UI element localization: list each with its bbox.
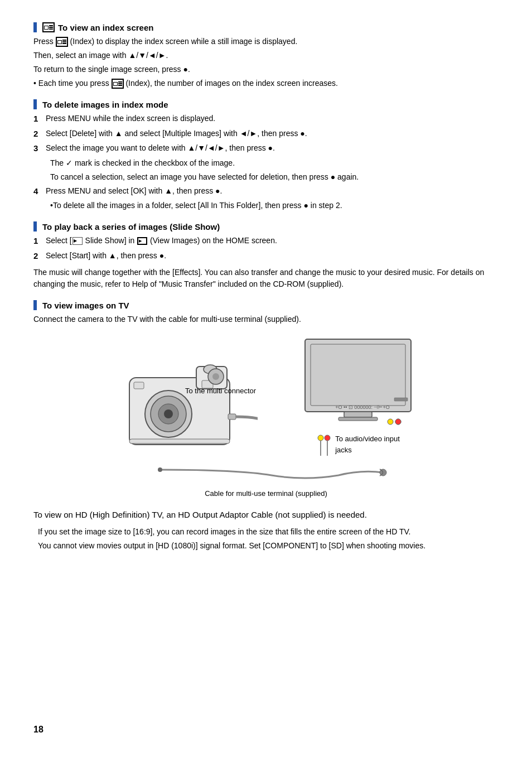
- av-label-text: To audio/video inputjacks: [335, 433, 400, 455]
- section-title-index: To view an index screen: [33, 22, 499, 32]
- tv-figure: To the multi connector +O •• ⊡ 000000: ⊣…: [33, 336, 499, 498]
- index-para2: Then, select an image with ▲/▼/◄/►.: [33, 50, 499, 61]
- slide-para: The music will change together with the …: [33, 267, 499, 290]
- svg-point-20: [388, 419, 393, 425]
- page-number: 18: [33, 725, 43, 735]
- section-slide-show: To play back a series of images (Slide S…: [33, 221, 499, 290]
- step-2: 2 Select [Delete] with ▲ and select [Mul…: [33, 128, 499, 141]
- step-1: 1 Press MENU while the index screen is d…: [33, 113, 499, 126]
- svg-point-25: [325, 435, 330, 441]
- index-note: • Each time you press (Index), the numbe…: [33, 78, 499, 89]
- sub-note-1: The ✓ mark is checked in the checkbox of…: [33, 157, 499, 169]
- svg-rect-12: [228, 414, 236, 420]
- title-bar: [33, 22, 37, 32]
- slide-step1-text: Select [▶ Slide Show] in ▶ (View Images)…: [46, 235, 277, 247]
- section-title-delete: To delete images in index mode: [33, 99, 499, 109]
- svg-rect-17: [338, 417, 378, 421]
- av-jacks-label: To audio/video inputjacks: [316, 433, 400, 456]
- view-tv-para: Connect the camera to the TV with the ca…: [33, 314, 499, 325]
- view-tv-title: To view images on TV: [42, 301, 129, 310]
- delete-steps: 1 Press MENU while the index screen is d…: [33, 113, 499, 155]
- section-view-tv: To view images on TV Connect the camera …: [33, 300, 499, 498]
- step-4: 4 Press MENU and select [OK] with ▲, the…: [33, 185, 499, 198]
- sub-note-2: To cancel a selection, select an image y…: [33, 171, 499, 183]
- section-index-screen: To view an index screen Press (Index) to…: [33, 22, 499, 89]
- index-icon-inline: [42, 22, 55, 32]
- svg-point-27: [158, 467, 162, 472]
- delete-index-title: To delete images in index mode: [42, 100, 168, 109]
- connector-label: To the multi connector: [185, 387, 256, 395]
- title-bar-tv: [33, 300, 37, 310]
- index-screen-title: To view an index screen: [58, 23, 153, 32]
- sub-note-4: •To delete all the images in a folder, s…: [33, 200, 499, 211]
- svg-point-10: [212, 373, 219, 380]
- svg-rect-6: [134, 382, 144, 389]
- index-para3: To return to the single image screen, pr…: [33, 64, 499, 75]
- camera-svg: [118, 344, 258, 456]
- svg-rect-16: [344, 412, 372, 417]
- title-bar-delete: [33, 99, 37, 109]
- cable-illustration: [127, 461, 405, 484]
- section-title-tv: To view images on TV: [33, 300, 499, 310]
- figure-inner: To the multi connector +O •• ⊡ 000000: ⊣…: [71, 336, 461, 456]
- section-hd-note: To view on HD (High Definition) TV, an H…: [33, 509, 499, 552]
- av-jacks-icon: [316, 433, 332, 456]
- delete-step4: 4 Press MENU and select [OK] with ▲, the…: [33, 185, 499, 198]
- section-delete-index: To delete images in index mode 1 Press M…: [33, 99, 499, 211]
- svg-rect-15: [311, 344, 405, 406]
- hd-bullet2: You cannot view movies output in [HD (10…: [33, 540, 499, 552]
- title-bar-slide: [33, 221, 37, 232]
- index-para1: Press (Index) to display the index scree…: [33, 36, 499, 47]
- slide-show-title: To play back a series of images (Slide S…: [42, 222, 220, 232]
- svg-rect-18: [394, 398, 408, 401]
- slide-steps: 1 Select [▶ Slide Show] in ▶ (View Image…: [33, 235, 499, 262]
- svg-point-22: [395, 419, 401, 425]
- svg-text:+O •• ⊡ 000000: ⊣⊢+O: +O •• ⊡ 000000: ⊣⊢+O: [335, 404, 389, 410]
- figure-caption: Cable for multi-use terminal (supplied): [205, 489, 327, 498]
- step-3: 3 Select the image you want to delete wi…: [33, 142, 499, 155]
- slide-step-2: 2 Select [Start] with ▲, then press ●.: [33, 250, 499, 263]
- tv-svg: +O •• ⊡ 000000: ⊣⊢+O: [302, 336, 414, 431]
- slide-step-1: 1 Select [▶ Slide Show] in ▶ (View Image…: [33, 235, 499, 248]
- svg-point-5: [164, 409, 173, 418]
- hd-para: To view on HD (High Definition) TV, an H…: [33, 509, 499, 522]
- svg-point-23: [318, 435, 323, 441]
- svg-rect-11: [129, 439, 230, 443]
- hd-bullet1: If you set the image size to [16:9], you…: [33, 526, 499, 538]
- section-title-slide: To play back a series of images (Slide S…: [33, 221, 499, 232]
- cable-svg: [127, 461, 405, 484]
